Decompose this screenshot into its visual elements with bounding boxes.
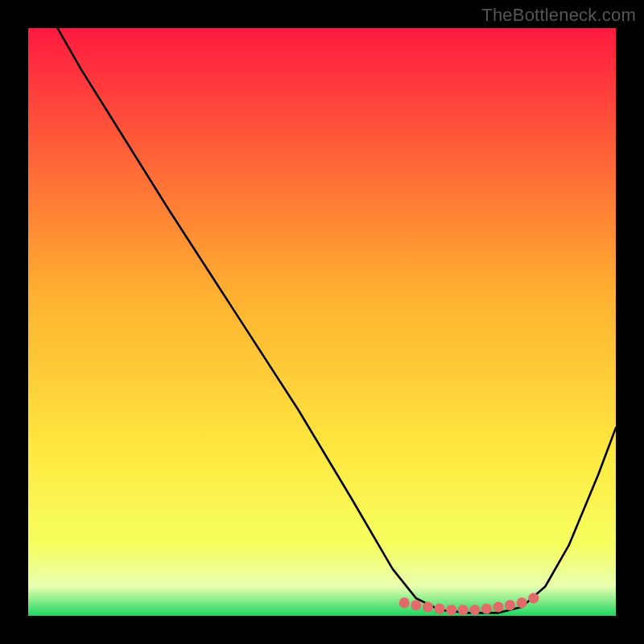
chart-background xyxy=(28,28,616,616)
chart-dot xyxy=(399,597,410,608)
chart-dot xyxy=(517,597,527,608)
chart-dot xyxy=(434,604,444,614)
chart-dot xyxy=(493,601,503,612)
chart-dot xyxy=(505,600,515,610)
chart-dot xyxy=(411,600,421,610)
chart-frame: TheBottleneck.com xyxy=(0,0,644,644)
chart-dot xyxy=(528,593,539,604)
chart-dot xyxy=(446,605,456,615)
chart-svg xyxy=(28,28,616,616)
chart-dot xyxy=(458,605,469,615)
chart-dot xyxy=(481,604,492,614)
watermark-text: TheBottleneck.com xyxy=(481,5,636,26)
chart-dot xyxy=(469,605,480,615)
chart-dot xyxy=(423,601,433,612)
chart-plot-area xyxy=(28,28,616,616)
